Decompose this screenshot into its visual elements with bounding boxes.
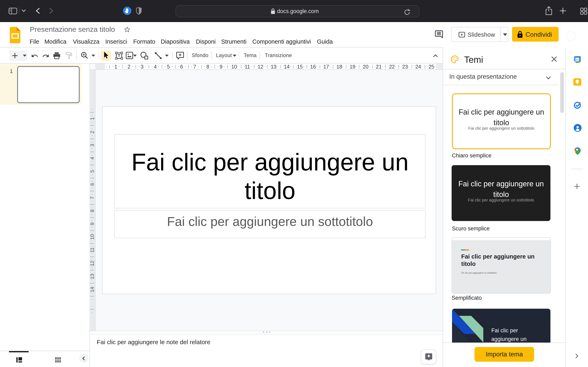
svg-text:31: 31 (576, 58, 579, 61)
